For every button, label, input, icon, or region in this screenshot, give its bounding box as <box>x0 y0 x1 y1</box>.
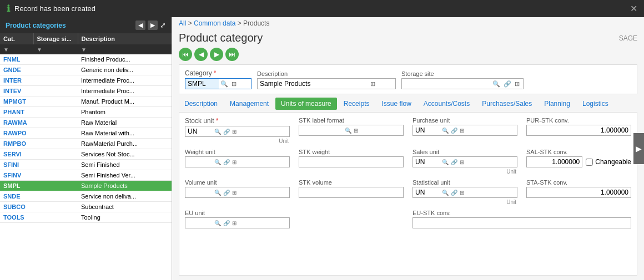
statistical-unit-list-icon[interactable]: ⊞ <box>459 190 465 196</box>
filter-cat-icon[interactable]: ▼ <box>3 47 9 53</box>
stock-unit-link-icon[interactable]: 🔗 <box>222 129 231 135</box>
category-search-icon[interactable]: 🔍 <box>219 80 230 88</box>
description-expand-icon[interactable]: ⊞ <box>369 80 377 88</box>
eu-stk-conv-input[interactable] <box>413 218 631 228</box>
statistical-unit-link-icon[interactable]: 🔗 <box>450 190 459 196</box>
tab-issue-flow[interactable]: Issue flow <box>376 98 416 110</box>
right-scroll-button[interactable]: ▶ <box>633 133 644 164</box>
description-input[interactable] <box>258 79 369 89</box>
category-input[interactable] <box>185 79 219 89</box>
tab-management[interactable]: Management <box>224 98 274 110</box>
row-cat: SFINV <box>0 170 33 181</box>
main-layout: Product categories ◀ ▶ ⤢ Cat. Storage si… <box>0 17 644 280</box>
row-storage <box>33 181 78 191</box>
table-row[interactable]: SNDEService non deliva... <box>0 191 172 202</box>
tab-purchases-sales[interactable]: Purchases/Sales <box>476 98 537 110</box>
nav-next-button[interactable]: ▶ <box>148 21 158 30</box>
eu-unit-link-icon[interactable]: 🔗 <box>222 220 231 226</box>
purchase-unit-search-icon[interactable]: 🔍 <box>441 128 450 134</box>
form-section: Category * 🔍 ⊞ Description ⊞ Storage sit… <box>179 64 637 94</box>
breadcrumb-all[interactable]: All <box>179 19 186 27</box>
row-description: RawMaterial Purch... <box>78 139 172 149</box>
stock-unit-search-icon[interactable]: 🔍 <box>213 129 222 135</box>
table-row[interactable]: TOOLSTooling <box>0 212 172 223</box>
stock-unit-input[interactable] <box>185 126 213 136</box>
table-row[interactable]: MPMGTManuf. Product M... <box>0 96 172 107</box>
sal-stk-conv-input[interactable] <box>527 157 582 167</box>
row-cat: INTEV <box>0 86 33 96</box>
nav-forward-button[interactable]: ▶ <box>210 48 223 61</box>
weight-unit-list-icon[interactable]: ⊞ <box>231 159 238 165</box>
row-storage <box>33 160 78 170</box>
storage-search-icon[interactable]: 🔍 <box>491 80 502 88</box>
storage-site-input[interactable] <box>402 79 491 89</box>
weight-unit-search-icon[interactable]: 🔍 <box>213 159 222 165</box>
table-row[interactable]: RAWPORaw Material with... <box>0 128 172 139</box>
volume-unit-link-icon[interactable]: 🔗 <box>222 190 231 196</box>
stock-unit-list-icon[interactable]: ⊞ <box>231 129 238 135</box>
table-row[interactable]: INTEVIntermediate Proc... <box>0 86 172 96</box>
volume-unit-search-icon[interactable]: 🔍 <box>213 190 222 196</box>
filter-storage-icon[interactable]: ▼ <box>37 47 42 53</box>
nav-last-button[interactable]: ⏭ <box>225 48 239 61</box>
category-list-icon[interactable]: ⊞ <box>230 80 238 88</box>
table-row[interactable]: SUBCOSubcontract <box>0 202 172 212</box>
storage-site-field: Storage site 🔍 🔗 ⊞ <box>401 70 524 89</box>
purchase-unit-link-icon[interactable]: 🔗 <box>450 128 459 134</box>
table-row[interactable]: SFINISemi Finished <box>0 160 172 170</box>
storage-link-icon[interactable]: 🔗 <box>502 80 513 88</box>
statistical-unit-input[interactable] <box>413 187 441 197</box>
table-row[interactable]: INTERIntermediate Proc... <box>0 75 172 86</box>
stk-label-search-icon[interactable]: 🔍 <box>344 128 353 134</box>
nav-prev-button[interactable]: ◀ <box>135 21 145 30</box>
statistical-unit-search-icon[interactable]: 🔍 <box>441 190 450 196</box>
table-row[interactable]: GNDEGeneric non deliv... <box>0 65 172 75</box>
purchase-unit-list-icon[interactable]: ⊞ <box>459 128 465 134</box>
volume-unit-input[interactable] <box>185 187 213 197</box>
sta-stk-conv-input[interactable] <box>527 187 631 197</box>
breadcrumb-common-data[interactable]: Common data <box>194 19 235 27</box>
nav-back-button[interactable]: ◀ <box>194 48 208 61</box>
table-row[interactable]: SMPLSample Products <box>0 181 172 191</box>
weight-unit-link-icon[interactable]: 🔗 <box>222 159 231 165</box>
sales-unit-link-icon[interactable]: 🔗 <box>450 159 459 165</box>
tab-logistics[interactable]: Logistics <box>577 98 614 110</box>
tab-units-of-measure[interactable]: Units of measure <box>275 98 337 110</box>
stk-label-format-input[interactable] <box>299 125 344 135</box>
sales-unit-list-icon[interactable]: ⊞ <box>459 159 465 165</box>
weight-unit-input[interactable] <box>185 157 213 167</box>
tab-accounts-costs[interactable]: Accounts/Costs <box>418 98 475 110</box>
volume-unit-list-icon[interactable]: ⊞ <box>231 190 238 196</box>
pur-stk-conv-group: PUR-STK conv. <box>526 117 631 144</box>
sales-unit-search-icon[interactable]: 🔍 <box>441 159 450 165</box>
pur-stk-conv-input[interactable] <box>527 125 631 135</box>
storage-list-icon[interactable]: ⊞ <box>513 80 521 88</box>
eu-unit-list-icon[interactable]: ⊞ <box>231 220 238 226</box>
purchase-unit-input[interactable] <box>413 125 441 135</box>
table-row[interactable]: FNMLFinished Produc... <box>0 54 172 65</box>
sales-unit-label: Sales unit <box>412 149 517 155</box>
nav-first-button[interactable]: ⏮ <box>179 48 192 61</box>
table-row[interactable]: SERVIServices Not Stoc... <box>0 149 172 160</box>
stk-weight-input[interactable] <box>299 157 403 167</box>
tab-receipts[interactable]: Receipts <box>338 98 375 110</box>
changeable-label: Changeable <box>595 158 631 166</box>
info-icon: ℹ <box>7 3 10 14</box>
eu-unit-search-icon[interactable]: 🔍 <box>213 220 222 226</box>
filter-desc-icon[interactable]: ▼ <box>81 47 87 53</box>
stk-label-format-group: STK label format 🔍 ⊞ <box>299 117 404 144</box>
sales-unit-input[interactable] <box>413 157 441 167</box>
close-notification-button[interactable]: ✕ <box>630 3 637 14</box>
expand-button[interactable]: ⤢ <box>160 21 166 29</box>
stk-volume-input[interactable] <box>299 187 403 197</box>
stk-label-list-icon[interactable]: ⊞ <box>353 128 359 134</box>
table-row[interactable]: RAWMARaw Material <box>0 118 172 128</box>
table-row[interactable]: RMPBORawMaterial Purch... <box>0 139 172 149</box>
tab-description[interactable]: Description <box>179 98 223 110</box>
tab-planning[interactable]: Planning <box>539 98 576 110</box>
changeable-checkbox[interactable] <box>586 159 593 166</box>
table-row[interactable]: PHANTPhantom <box>0 107 172 118</box>
table-row[interactable]: SFINVSemi Finished Ver... <box>0 170 172 181</box>
eu-unit-input[interactable] <box>185 218 213 228</box>
col-description: Description <box>78 33 172 44</box>
